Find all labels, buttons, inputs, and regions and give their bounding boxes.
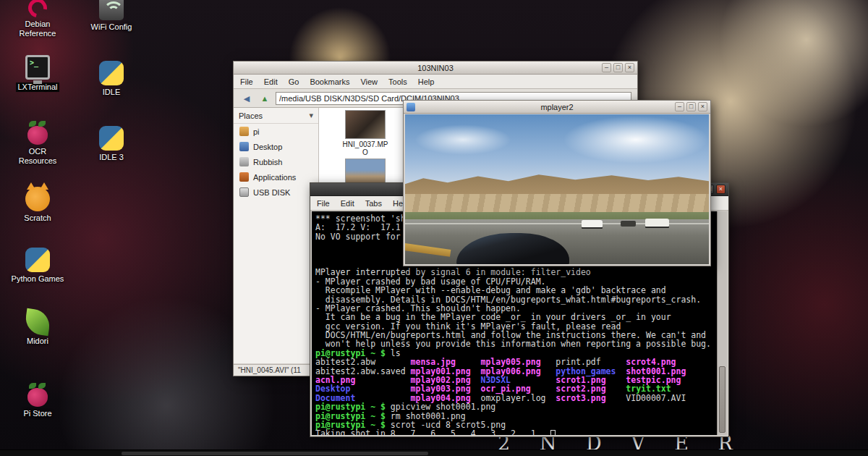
window-buttons xyxy=(675,102,710,111)
desktop-icon-wifi-config[interactable]: WiFi Config xyxy=(81,0,142,32)
place-label: Applications xyxy=(253,173,296,182)
file-manager-title: 103NIN03 xyxy=(234,64,637,72)
python-icon xyxy=(25,248,50,272)
fm-places-pane: Places piDesktopRubbishApplicationsUSB D… xyxy=(234,108,319,363)
fm-menu-view[interactable]: View xyxy=(360,77,378,86)
midori-leaf-icon xyxy=(24,308,51,336)
place-item-applications[interactable]: Applications xyxy=(234,169,318,185)
desktop-icon-pi-store[interactable]: Pi Store xyxy=(7,382,68,418)
desktop-icon-label: IDLE xyxy=(81,88,142,97)
term-menu-tabs[interactable]: Tabs xyxy=(365,199,382,208)
back-icon[interactable] xyxy=(239,92,254,105)
close-button[interactable] xyxy=(698,102,707,111)
file-manager-titlebar[interactable]: 103NIN03 xyxy=(234,62,637,75)
file-name: HNI_0037.MPO xyxy=(342,140,388,156)
scrollbar-thumb[interactable] xyxy=(719,366,726,433)
desktop-icon-scratch[interactable]: Scratch xyxy=(7,187,68,223)
places-label: Places xyxy=(239,111,263,120)
python-icon xyxy=(99,61,124,85)
file-thumbnail xyxy=(345,110,386,139)
maximize-button[interactable] xyxy=(613,63,623,72)
place-item-rubbish[interactable]: Rubbish xyxy=(234,154,318,169)
car xyxy=(621,221,636,227)
desktop-icon-label: Scratch xyxy=(7,214,68,223)
fm-menu-edit[interactable]: Edit xyxy=(264,77,278,86)
desktop-icon-label: Python Games xyxy=(7,274,68,284)
maximize-button[interactable] xyxy=(686,102,696,111)
fm-menu-file[interactable]: File xyxy=(240,77,253,86)
mplayer-title: mplayer2 xyxy=(404,103,710,111)
desktop-icon xyxy=(239,142,249,151)
place-label: USB DISK xyxy=(253,188,290,197)
desktop-icon-label: IDLE 3 xyxy=(81,153,142,162)
desktop-icon-label: Pi Store xyxy=(7,409,68,418)
fm-menu-bookmarks[interactable]: Bookmarks xyxy=(310,77,349,86)
desktop-icon-label: Midori xyxy=(7,337,68,346)
talus-slope xyxy=(405,194,709,214)
place-item-desktop[interactable]: Desktop xyxy=(234,139,318,154)
up-icon[interactable] xyxy=(258,92,272,105)
applications-icon xyxy=(239,172,249,182)
desktop-icon-ocr-resources[interactable]: OCR Resources xyxy=(7,120,68,166)
place-label: Desktop xyxy=(253,143,282,151)
term-menu-edit[interactable]: Edit xyxy=(341,199,354,208)
taskbar-window-area[interactable] xyxy=(122,452,428,455)
cloud xyxy=(563,116,709,164)
place-item-pi[interactable]: pi xyxy=(234,124,318,139)
home-icon xyxy=(239,127,249,136)
place-label: pi xyxy=(253,127,260,136)
place-item-usb-disk[interactable]: USB DISK xyxy=(234,185,318,200)
minimize-button[interactable] xyxy=(602,63,611,72)
truck xyxy=(645,219,670,227)
desktop-icon-idle-3[interactable]: IDLE 3 xyxy=(81,126,142,162)
mplayer-window: mplayer2 xyxy=(403,100,711,266)
terminal-scrollbar[interactable] xyxy=(717,211,727,435)
fm-menubar: FileEditGoBookmarksViewToolsHelp xyxy=(234,75,637,89)
desktop-icon-label: Debian Reference xyxy=(7,20,68,38)
file-item[interactable]: HNI_0037.MPO xyxy=(336,110,394,156)
minimize-button[interactable] xyxy=(675,102,684,111)
video-frame[interactable] xyxy=(405,114,709,264)
desktop-icon-label: OCR Resources xyxy=(7,147,68,166)
mplayer-titlebar[interactable]: mplayer2 xyxy=(404,101,710,114)
desktop-icon-midori[interactable]: Midori xyxy=(7,310,68,346)
fm-places-list: piDesktopRubbishApplicationsUSB DISK xyxy=(234,124,318,200)
cloud xyxy=(414,124,511,154)
raspberry-icon xyxy=(27,126,48,145)
desktop-icon-lxterminal[interactable]: LXTerminal xyxy=(7,55,68,93)
window-buttons xyxy=(602,63,637,72)
terminal-icon xyxy=(25,55,50,80)
taskbar xyxy=(0,449,868,456)
place-label: Rubbish xyxy=(253,158,282,166)
places-dropdown[interactable]: Places xyxy=(234,108,318,124)
scratch-cat-icon xyxy=(25,187,50,211)
desktop-icon-debian-reference[interactable]: Debian Reference xyxy=(7,0,68,38)
usb-drive-icon xyxy=(239,187,249,197)
truck xyxy=(582,220,603,227)
terminal-line: Taking shot in 8.. 7.. 6.. 5.. 4.. 3.. 2… xyxy=(315,429,717,435)
fm-menu-help[interactable]: Help xyxy=(418,77,435,86)
desktop-icon-python-games[interactable]: Python Games xyxy=(7,248,68,284)
desktop-icon-label: WiFi Config xyxy=(81,22,142,32)
debian-logo-icon xyxy=(25,0,51,21)
chevron-down-icon xyxy=(309,111,313,120)
mplayer-app-icon xyxy=(407,103,415,111)
wifi-icon xyxy=(99,0,124,20)
fm-menu-go[interactable]: Go xyxy=(289,77,299,86)
desktop-icon-idle[interactable]: IDLE xyxy=(81,61,142,97)
raspberry-icon xyxy=(27,388,48,407)
desktop: 2 N D V E R Debian ReferenceWiFi ConfigL… xyxy=(0,0,868,456)
term-menu-file[interactable]: File xyxy=(317,199,330,208)
trash-icon xyxy=(239,157,249,166)
close-button[interactable] xyxy=(625,63,634,72)
close-button[interactable] xyxy=(716,185,726,194)
python-icon xyxy=(99,126,124,151)
fm-menu-tools[interactable]: Tools xyxy=(388,77,407,86)
